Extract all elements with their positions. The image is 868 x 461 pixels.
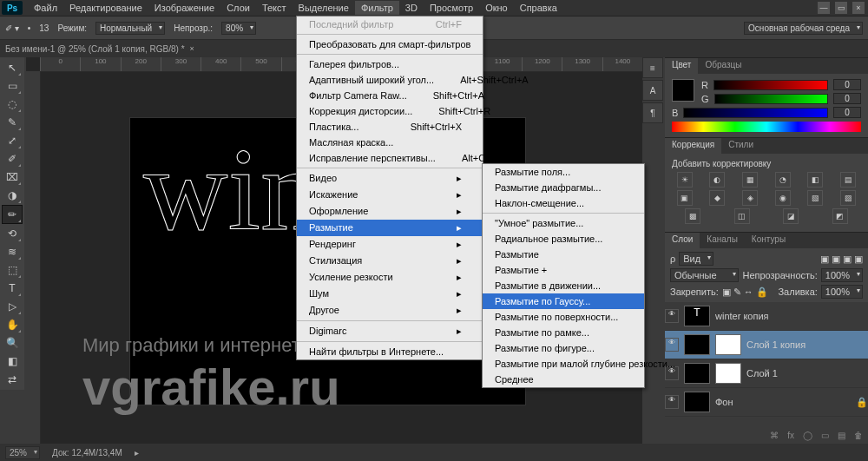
brush-icon[interactable]: ✐ ▾ bbox=[5, 23, 19, 33]
paragraph-icon[interactable]: ¶ bbox=[642, 102, 663, 123]
link-icon[interactable]: ⌘ bbox=[770, 431, 779, 440]
tool-button[interactable]: ⟲ bbox=[3, 225, 22, 242]
tool-button[interactable]: ◌ bbox=[3, 95, 22, 113]
menu-item[interactable]: Размытие при малой глубине резкости... bbox=[483, 356, 644, 372]
menu-item[interactable]: Размытие по Гауссу... bbox=[483, 293, 644, 309]
adj-icon[interactable]: ◉ bbox=[775, 190, 791, 206]
tool-button[interactable]: ✐ bbox=[3, 150, 22, 168]
tool-button[interactable]: 🔍 bbox=[3, 334, 22, 352]
adj-icon[interactable]: ▧ bbox=[807, 190, 823, 206]
menu-слои[interactable]: Слои bbox=[220, 1, 256, 15]
layer-opacity[interactable]: 100% bbox=[821, 268, 863, 282]
window-restore[interactable]: ▭ bbox=[835, 2, 847, 14]
tool-button[interactable]: ≋ bbox=[3, 243, 22, 260]
menu-item[interactable]: Размытие по поверхности... bbox=[483, 309, 644, 325]
menu-item[interactable]: Радиальное размытие... bbox=[483, 231, 644, 247]
menu-item[interactable]: Шум bbox=[297, 286, 483, 302]
color-value[interactable]: 0 bbox=[833, 107, 861, 118]
menu-item[interactable]: Digimarc bbox=[297, 323, 483, 339]
adj-icon[interactable]: ◩ bbox=[832, 208, 848, 224]
tool-button[interactable]: ⬚ bbox=[3, 261, 22, 279]
menu-item[interactable]: Усиление резкости bbox=[297, 269, 483, 286]
menu-item[interactable]: Видео bbox=[297, 170, 483, 187]
close-tab-icon[interactable]: × bbox=[190, 44, 194, 53]
visibility-icon[interactable]: 👁 bbox=[665, 338, 679, 352]
tool-button[interactable]: ▭ bbox=[3, 77, 22, 95]
menu-фильтр[interactable]: Фильтр bbox=[355, 1, 399, 15]
menu-item[interactable]: Наклон-смещение... bbox=[483, 195, 644, 211]
tab-layers[interactable]: Слои bbox=[665, 233, 700, 248]
menu-item[interactable]: Исправление перспективы...Alt+Ctrl+V bbox=[297, 150, 483, 166]
layer-row[interactable]: 👁Фон🔒 bbox=[665, 388, 868, 417]
menu-item[interactable]: Размытие диафрагмы... bbox=[483, 180, 644, 195]
menu-item[interactable]: Размытие по рамке... bbox=[483, 325, 644, 340]
tool-button[interactable]: ▷ bbox=[3, 298, 22, 315]
menu-файл[interactable]: Файл bbox=[28, 1, 63, 15]
adj-icon[interactable]: ▦ bbox=[742, 172, 758, 188]
lock-icons[interactable]: ▣ ✎ ↔ 🔒 bbox=[722, 286, 768, 298]
menu-изображение[interactable]: Изображение bbox=[148, 1, 220, 15]
menu-item[interactable]: Масляная краска... bbox=[297, 135, 483, 150]
menu-item[interactable]: Размытие по фигуре... bbox=[483, 340, 644, 356]
menu-просмотр[interactable]: Просмотр bbox=[424, 1, 479, 15]
adj-icon[interactable]: ◫ bbox=[734, 208, 750, 224]
tool-button[interactable]: ◑ bbox=[3, 187, 22, 204]
mask-icon[interactable]: ◯ bbox=[803, 431, 812, 440]
history-icon[interactable]: ≡ bbox=[642, 57, 663, 78]
tool-button[interactable]: ⇄ bbox=[3, 371, 22, 388]
tool-button[interactable]: T bbox=[3, 280, 22, 297]
menu-item[interactable]: Преобразовать для смарт-фильтров bbox=[297, 36, 483, 52]
menu-выделение[interactable]: Выделение bbox=[293, 1, 355, 15]
color-value[interactable]: 0 bbox=[833, 93, 861, 104]
menu-item[interactable]: Размытие + bbox=[483, 262, 644, 278]
tab-adjustments[interactable]: Коррекция bbox=[665, 138, 721, 154]
menu-item[interactable]: Размытие в движении... bbox=[483, 278, 644, 293]
tool-button[interactable]: ◧ bbox=[3, 352, 22, 370]
tab-channels[interactable]: Каналы bbox=[700, 233, 745, 248]
opacity-input[interactable]: 80% bbox=[221, 22, 256, 35]
tab-paths[interactable]: Контуры bbox=[745, 233, 792, 248]
menu-item[interactable]: Адаптивный широкий угол...Alt+Shift+Ctrl… bbox=[297, 72, 483, 88]
menu-item[interactable]: Размытие поля... bbox=[483, 164, 644, 180]
menu-редактирование[interactable]: Редактирование bbox=[63, 1, 148, 15]
adj-icon[interactable]: ▩ bbox=[685, 208, 700, 224]
menu-item[interactable]: Размытие bbox=[483, 247, 644, 262]
color-slider[interactable] bbox=[714, 94, 828, 104]
menu-текст[interactable]: Текст bbox=[256, 1, 293, 15]
tool-button[interactable]: ↖ bbox=[3, 59, 22, 76]
adj-icon[interactable]: ◪ bbox=[783, 208, 799, 224]
adj-icon[interactable]: ◈ bbox=[742, 190, 758, 206]
menu-item[interactable]: Найти фильтры в Интернете... bbox=[297, 344, 483, 359]
menu-item[interactable]: "Умное" размытие... bbox=[483, 215, 644, 231]
menu-item[interactable]: Среднее bbox=[483, 372, 644, 387]
adj-icon[interactable]: ▤ bbox=[840, 172, 856, 188]
character-icon[interactable]: A bbox=[642, 80, 663, 101]
menu-item[interactable]: Оформление bbox=[297, 203, 483, 220]
tool-button[interactable]: ⌧ bbox=[3, 168, 22, 186]
adj-icon[interactable]: ◐ bbox=[709, 172, 725, 188]
visibility-icon[interactable]: 👁 bbox=[665, 395, 679, 409]
layer-row[interactable]: 👁Слой 1 bbox=[665, 359, 868, 388]
tool-button[interactable]: ✎ bbox=[3, 114, 22, 131]
menu-item[interactable]: Другое bbox=[297, 302, 483, 319]
blend-mode-select[interactable]: Нормальный bbox=[95, 22, 165, 35]
color-slider[interactable] bbox=[713, 80, 828, 90]
menu-item[interactable]: Искажение bbox=[297, 187, 483, 203]
menu-item[interactable]: Коррекция дисторсии...Shift+Ctrl+R bbox=[297, 103, 483, 119]
layer-row[interactable]: 👁Twinter копия bbox=[665, 302, 868, 331]
window-minimize[interactable]: — bbox=[818, 2, 830, 14]
menu-item[interactable]: Пластика...Shift+Ctrl+X bbox=[297, 119, 483, 135]
window-close[interactable]: × bbox=[852, 2, 865, 14]
visibility-icon[interactable]: 👁 bbox=[665, 309, 679, 323]
hue-strip[interactable] bbox=[672, 122, 861, 132]
new-layer-icon[interactable]: ▤ bbox=[838, 431, 845, 440]
adj-icon[interactable]: ▨ bbox=[840, 190, 856, 206]
menu-item[interactable]: Галерея фильтров... bbox=[297, 56, 483, 72]
tab-swatches[interactable]: Образцы bbox=[698, 58, 748, 74]
layer-row[interactable]: 👁Слой 1 копия bbox=[665, 331, 868, 359]
menu-3d[interactable]: 3D bbox=[399, 1, 424, 15]
adj-icon[interactable]: ▣ bbox=[677, 190, 693, 206]
tab-color[interactable]: Цвет bbox=[665, 58, 698, 74]
menu-item[interactable]: Рендеринг bbox=[297, 236, 483, 253]
zoom-input[interactable]: 25% bbox=[5, 446, 40, 459]
